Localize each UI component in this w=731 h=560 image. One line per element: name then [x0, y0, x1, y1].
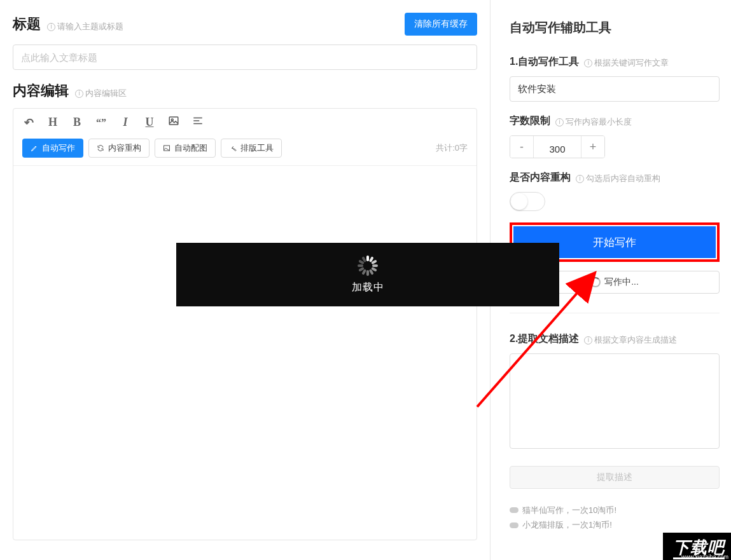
info-icon: i [584, 336, 592, 345]
section1-label: 1.自动写作工具 [510, 55, 579, 69]
description-textarea[interactable] [510, 353, 720, 449]
italic-icon[interactable]: I [119, 116, 132, 129]
bold-icon[interactable]: B [71, 116, 83, 129]
wrench-icon [229, 144, 237, 152]
picture-icon [163, 144, 171, 152]
info-icon: i [584, 59, 592, 67]
restructure-toggle-label: 是否内容重构 [510, 171, 571, 184]
auto-write-button[interactable]: 自动写作 [22, 139, 83, 158]
word-count: 共计:0字 [436, 142, 468, 154]
side-panel-title: 自动写作辅助工具 [510, 19, 720, 36]
wordlimit-hint: i 写作内容最小长度 [555, 116, 632, 128]
cloud-icon [510, 507, 519, 513]
editor-format-toolbar: ↶ H B “” I U [13, 109, 477, 136]
image-icon[interactable] [167, 115, 180, 130]
promo-text: 猫半仙写作，一次10淘币! 小龙猫排版，一次1淘币! [510, 503, 720, 533]
loading-spinner-icon [358, 256, 378, 276]
info-icon: i [555, 118, 564, 126]
section-divider [510, 313, 720, 313]
content-heading: 内容编辑 [13, 81, 69, 100]
loading-text: 加载中 [352, 281, 384, 294]
cloud-icon [510, 522, 519, 528]
stepper-minus-button[interactable]: - [510, 136, 533, 158]
content-hint: i 内容编辑区 [75, 88, 127, 99]
editor-container: ↶ H B “” I U 自动写作 [13, 108, 477, 540]
wordlimit-input[interactable] [534, 136, 581, 158]
info-icon: i [576, 175, 584, 183]
editor-content-area[interactable] [13, 166, 477, 540]
clear-cache-button[interactable]: 清除所有缓存 [405, 13, 477, 36]
wordlimit-stepper[interactable]: - + [510, 135, 605, 158]
wordlimit-label: 字数限制 [510, 114, 550, 128]
underline-icon[interactable]: U [143, 116, 156, 129]
align-icon[interactable] [191, 115, 204, 130]
watermark-url: www.xiazaiba.com [681, 554, 728, 560]
svg-rect-0 [169, 117, 178, 125]
restructure-toggle[interactable] [510, 192, 545, 211]
restructure-button[interactable]: 内容重构 [88, 139, 150, 158]
extract-description-button[interactable]: 提取描述 [510, 466, 720, 489]
layout-tool-button[interactable]: 排版工具 [221, 139, 282, 158]
auto-image-button[interactable]: 自动配图 [155, 139, 216, 158]
pencil-icon [31, 144, 38, 152]
title-heading: 标题 [13, 15, 41, 34]
info-icon: i [47, 23, 55, 31]
undo-icon[interactable]: ↶ [22, 116, 35, 130]
title-hint: i 请输入主题或标题 [47, 21, 123, 32]
spinner-icon [590, 277, 601, 287]
quote-icon[interactable]: “” [95, 117, 108, 128]
section2-hint: i 根据文章内容生成描述 [584, 334, 677, 346]
restructure-toggle-hint: i 勾选后内容自动重构 [576, 173, 660, 184]
loading-overlay: 加载中 [176, 243, 559, 306]
section1-hint: i 根据关键词写作文章 [584, 57, 669, 69]
heading-icon[interactable]: H [46, 116, 59, 129]
refresh-icon [97, 144, 104, 152]
section2-label: 2.提取文档描述 [510, 332, 579, 346]
stepper-plus-button[interactable]: + [581, 136, 604, 158]
info-icon: i [75, 90, 83, 98]
keyword-input[interactable] [510, 76, 720, 102]
article-title-input[interactable] [13, 44, 477, 70]
